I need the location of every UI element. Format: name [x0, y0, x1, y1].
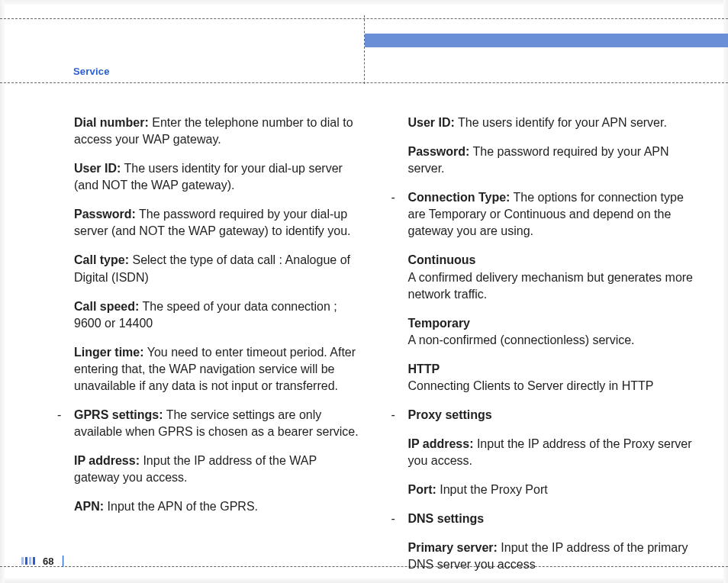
label-proxy-ip: IP address: [408, 437, 474, 450]
label-ip-address: IP address: [74, 454, 140, 467]
item-dial-number: Dial number: Enter the telephone number … [57, 114, 364, 148]
item-proxy-ip: IP address: Input the IP address of the … [391, 436, 698, 469]
item-user-id: User ID: The users identity for your dia… [57, 160, 364, 194]
text-temporary: A non-confirmed (connectionless) service… [408, 333, 635, 346]
page-footer: 68 | [21, 554, 65, 568]
label-linger-time: Linger time: [74, 346, 144, 359]
item-temporary: Temporary A non-confirmed (connectionles… [391, 315, 698, 349]
item-call-speed: Call speed: The speed of your data conne… [57, 298, 364, 332]
item-apn: APN: Input the APN of the GPRS. [57, 498, 364, 515]
label-http: HTTP [408, 362, 440, 375]
right-column: User ID: The users identify for your APN… [391, 114, 698, 545]
item-call-type: Call type: Select the type of data call … [57, 252, 364, 285]
page-number: 68 [43, 556, 53, 567]
header-blue-bar [365, 34, 728, 47]
item-gprs-settings: - GPRS settings: The service settings ar… [57, 407, 364, 440]
label-temporary: Temporary [408, 317, 471, 330]
section-label: Service [73, 66, 110, 77]
label-dns-primary: Primary server: [408, 541, 498, 554]
label-dial-number: Dial number: [74, 116, 149, 129]
footer-ticks-icon [21, 557, 35, 565]
item-linger-time: Linger time: You need to enter timeout p… [57, 344, 364, 395]
text-http: Connecting Clients to Server directly in… [408, 379, 654, 392]
label-proxy-settings: Proxy settings [408, 408, 492, 421]
left-column: Dial number: Enter the telephone number … [57, 114, 364, 545]
label-connection-type: Connection Type: [408, 191, 511, 204]
item-password: Password: The password required by your … [57, 206, 364, 240]
footer-divider-icon: | [61, 554, 64, 568]
item-r-password: Password: The password required by your … [391, 143, 698, 177]
label-user-id: User ID: [74, 162, 121, 175]
text-apn: Input the APN of the GPRS. [104, 500, 258, 513]
label-r-password: Password: [408, 145, 470, 158]
label-call-type: Call type: [74, 253, 129, 266]
item-continuous: Continuous A confirmed delivery mechanis… [391, 252, 698, 302]
text-continuous: A confirmed delivery mechanism but gener… [408, 271, 694, 301]
label-r-user-id: User ID: [408, 116, 455, 129]
label-apn: APN: [74, 500, 104, 513]
item-dns-primary: Primary server: Input the IP address of … [391, 540, 698, 573]
text-proxy-port: Input the Proxy Port [436, 483, 548, 496]
label-proxy-port: Port: [408, 483, 436, 496]
item-proxy-port: Port: Input the Proxy Port [391, 482, 698, 498]
label-dns-settings: DNS settings [408, 512, 485, 525]
item-ip-address: IP address: Input the IP address of the … [57, 453, 364, 486]
label-password: Password: [74, 208, 136, 221]
item-proxy-settings: - Proxy settings [391, 407, 698, 424]
item-r-user-id: User ID: The users identify for your APN… [391, 114, 698, 131]
crop-mark-vertical [364, 15, 365, 84]
content-columns: Dial number: Enter the telephone number … [57, 114, 697, 545]
item-dns-settings: - DNS settings [391, 511, 698, 527]
item-connection-type: - Connection Type: The options for conne… [391, 189, 698, 240]
label-call-speed: Call speed: [74, 300, 139, 313]
label-continuous: Continuous [408, 253, 476, 266]
item-http: HTTP Connecting Clients to Server direct… [391, 361, 698, 395]
text-r-user-id: The users identify for your APN server. [455, 116, 667, 129]
label-gprs-settings: GPRS settings: [74, 408, 163, 421]
